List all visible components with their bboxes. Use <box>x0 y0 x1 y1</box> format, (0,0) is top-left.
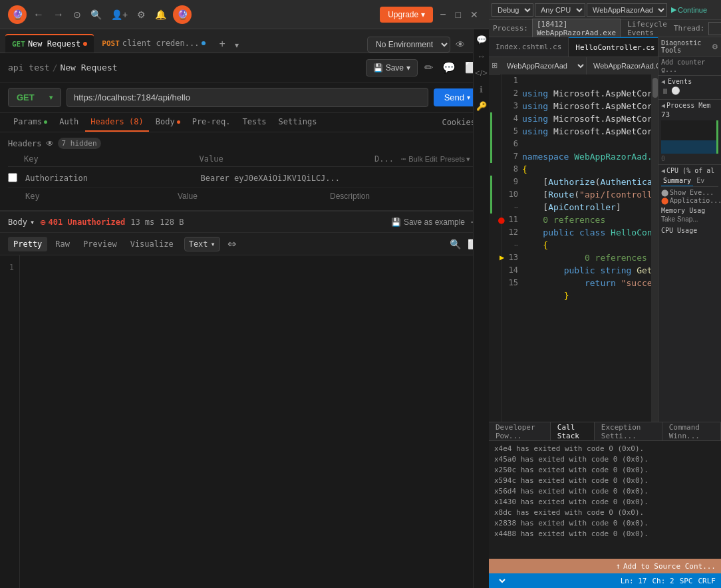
col-desc-header: D... <box>374 154 401 164</box>
tab-arrow-button[interactable]: ▾ <box>232 38 241 53</box>
tab-exception-settings[interactable]: Exception Setti... <box>595 422 662 441</box>
prereq-tab[interactable]: Pre-req. <box>187 113 236 132</box>
project-location-dropdown[interactable]: WebAppRazorAad <box>500 57 587 74</box>
code-side-btn[interactable]: </> <box>475 65 488 80</box>
settings-tab[interactable]: Settings <box>273 113 323 132</box>
save-as-example-btn[interactable]: 💾 Save as example <box>391 218 465 227</box>
key-side-btn[interactable]: 🔑 <box>475 98 488 114</box>
env-eye-btn[interactable]: 👁 <box>453 37 468 53</box>
new-header-row <box>8 188 481 205</box>
bulk-edit-btn[interactable]: Bulk Edit <box>408 155 437 163</box>
add-tab-button[interactable]: + <box>214 35 230 53</box>
new-key-input[interactable] <box>24 190 176 202</box>
cpu-target-dropdown[interactable]: Any CPU <box>535 3 585 17</box>
col-actions-header: ⋯ Bulk Edit Presets ▾ <box>401 154 481 164</box>
text-format-dropdown[interactable]: Text ▾ <box>184 237 220 251</box>
debug-mode-status[interactable]: Debug <box>494 576 507 585</box>
col-value-header: Value <box>200 154 375 164</box>
bottom-output-panel: Developer Pow... Call Stack Exception Se… <box>489 422 721 573</box>
close-button[interactable]: ✕ <box>468 7 481 23</box>
tab-index-cshtml-1[interactable]: Index.cshtml.cs <box>489 37 569 57</box>
chat-side-btn[interactable]: 💬 <box>475 32 488 47</box>
tests-tab[interactable]: Tests <box>237 113 271 132</box>
summary-tab[interactable]: Summary <box>661 176 693 186</box>
headers-tab[interactable]: Headers (8) <box>85 113 148 132</box>
add-to-source-bar[interactable]: ↑ Add to Source Cont... <box>489 559 721 573</box>
collection-tab-post[interactable]: POST client creden... <box>95 34 212 53</box>
process-label: Process: <box>493 24 528 33</box>
postman-back-btn[interactable]: ← <box>31 6 47 23</box>
col-info: Ch: 2 <box>652 577 674 585</box>
postman-new-tab-btn[interactable]: 👤+ <box>108 7 130 23</box>
debug-mode-dropdown[interactable]: Debug <box>492 3 533 17</box>
process-mem-section: ◀ Process Mem 73 0 <box>658 100 721 165</box>
postman-home-btn[interactable]: ⊙ <box>71 7 84 23</box>
method-selector[interactable]: GET ▾ <box>8 88 61 107</box>
visualize-format-tab[interactable]: Visualize <box>125 237 179 251</box>
postman-topbar-right: Upgrade ▾ − □ ✕ <box>380 6 481 23</box>
upgrade-button[interactable]: Upgrade ▾ <box>380 7 433 23</box>
camera-events-btn[interactable]: ⚪ <box>671 86 680 95</box>
edit-icon-btn[interactable]: ✏ <box>422 59 436 76</box>
minimize-button[interactable]: − <box>437 6 448 23</box>
cpu-collapse-icon[interactable]: ◀ <box>661 167 665 174</box>
header-checkbox-1[interactable] <box>8 173 17 182</box>
response-code-area[interactable] <box>20 255 489 588</box>
project-dropdown[interactable]: WebAppRazorAad <box>587 3 667 17</box>
postman-search-btn[interactable]: 🔍 <box>88 7 104 23</box>
save-button[interactable]: 💾 Save ▾ <box>366 59 418 76</box>
events-label: Events <box>668 78 692 85</box>
raw-format-tab[interactable]: Raw <box>50 237 75 251</box>
memory-usage-label: Memory Usag <box>661 207 718 214</box>
info-side-btn[interactable]: ℹ <box>475 82 488 97</box>
post-dot <box>202 41 206 45</box>
save-label: Save <box>386 63 404 73</box>
tab-command-window[interactable]: Command Winn... <box>662 422 721 441</box>
diag-settings-btn[interactable]: ⚙ <box>712 43 718 51</box>
pretty-format-tab[interactable]: Pretty <box>8 237 47 251</box>
env-dropdown[interactable]: No Environment <box>367 37 450 53</box>
postman-avatar-btn[interactable]: 🔮 <box>173 5 192 24</box>
tab-call-stack[interactable]: Call Stack <box>551 422 595 441</box>
url-input[interactable] <box>67 88 428 107</box>
postman-bell-btn[interactable]: 🔔 <box>152 7 169 23</box>
vertical-scrollbar[interactable] <box>651 74 658 422</box>
breadcrumb-sep: / <box>53 63 58 73</box>
headers-meta: Headers 👁 7 hidden <box>8 138 481 149</box>
diag-add-counter[interactable]: Add counter g... <box>658 57 721 76</box>
auth-tab[interactable]: Auth <box>54 113 84 132</box>
header-value-1[interactable] <box>200 172 375 184</box>
wrap-text-btn[interactable]: ⇔ <box>225 235 238 252</box>
postman-forward-btn[interactable]: → <box>51 6 67 23</box>
request-header: api test / New Request 💾 Save ▾ ✏ 💬 ⬜ <box>0 53 489 82</box>
expand-btn[interactable]: ⊞ <box>489 60 500 71</box>
params-tab[interactable]: Params <box>8 113 53 132</box>
events-tab[interactable]: Ev <box>694 176 706 186</box>
tab-developer-power[interactable]: Developer Pow... <box>489 422 551 441</box>
header-key-1[interactable] <box>24 172 200 184</box>
thread-dropdown[interactable] <box>708 22 721 35</box>
mem-collapse-icon[interactable]: ◀ <box>661 102 665 109</box>
process-value: [18412] WebAppRazorAad.exe <box>532 19 621 39</box>
body-tab[interactable]: Body <box>150 113 186 132</box>
events-collapse-icon[interactable]: ◀ <box>661 78 665 85</box>
postman-settings-btn[interactable]: ⚙ <box>134 7 148 23</box>
breakpoint-indicator[interactable]: ● <box>498 214 505 226</box>
status-icon: ⊕ <box>40 217 45 227</box>
maximize-button[interactable]: □ <box>453 7 464 23</box>
search-response-btn[interactable]: 🔍 <box>448 237 463 251</box>
continue-button[interactable]: ▶ Continue <box>668 4 710 15</box>
pause-events-btn[interactable]: ⏸ <box>661 86 668 95</box>
help-side-btn[interactable]: ↔ <box>475 49 488 64</box>
preview-format-tab[interactable]: Preview <box>78 237 122 251</box>
presets-btn[interactable]: Presets ▾ <box>440 155 470 164</box>
comment-icon-btn[interactable]: 💬 <box>440 59 458 76</box>
tab-hello-controller[interactable]: HelloController.cs ✕ <box>569 37 671 57</box>
eye-icon: 👁 <box>46 139 54 148</box>
new-desc-input[interactable] <box>329 190 481 202</box>
encoding-info: CRLF <box>698 577 716 585</box>
new-value-input[interactable] <box>176 190 329 202</box>
take-snapshot-btn[interactable]: Take Snap... <box>661 216 698 223</box>
collection-tab-get[interactable]: GET New Request <box>5 34 94 53</box>
post-tab-label: client creden... <box>122 39 200 48</box>
